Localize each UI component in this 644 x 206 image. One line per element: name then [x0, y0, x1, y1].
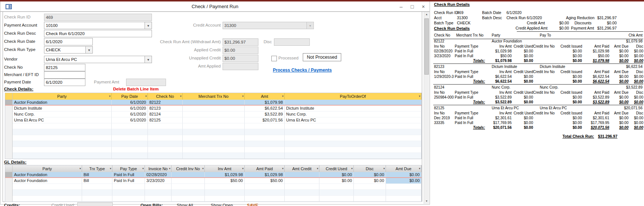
row-selector[interactable] — [5, 190, 13, 196]
row-selector[interactable] — [5, 196, 13, 202]
pay-date-cell[interactable] — [112, 147, 148, 153]
cd-row[interactable]: Nunc Corp.6/1/202082124$3,522.89Nunc Cor… — [5, 111, 421, 117]
party-cell[interactable]: Auctor Foundation — [13, 178, 82, 184]
payment-account-dropdown-icon[interactable]: ▾ — [145, 22, 152, 29]
scrollbar-thumb[interactable] — [424, 18, 429, 75]
pay-date-cell[interactable]: 6/1/2020 — [112, 100, 148, 105]
party-cell[interactable] — [13, 129, 112, 135]
amt-paid-cell[interactable] — [245, 190, 285, 196]
party-cell[interactable] — [13, 190, 82, 196]
merchant-trx-no-cell[interactable] — [183, 106, 245, 111]
save-button[interactable]: SAVE — [247, 203, 258, 206]
cd-row[interactable] — [5, 147, 421, 153]
invoice-no-cell[interactable]: 3/23/2020 — [145, 178, 172, 184]
row-selector[interactable] — [5, 141, 13, 147]
pay-to-order-of-cell[interactable]: Nunc Corp. — [285, 111, 421, 117]
cd-row[interactable] — [5, 129, 421, 135]
credit-inv-no-cell[interactable] — [172, 178, 205, 184]
check-no-cell[interactable]: 82125 — [148, 117, 183, 123]
merchant-trx-no-cell[interactable] — [183, 141, 245, 147]
credit-inv-no-cell[interactable] — [172, 196, 205, 202]
trx-type-cell[interactable] — [82, 196, 112, 202]
check-no-input[interactable] — [44, 64, 85, 71]
gl-row[interactable]: Auctor FoundationBillPaid In Full02/28/2… — [5, 172, 421, 178]
scroll-up-icon[interactable]: ▲ — [424, 12, 429, 17]
amt-due-cell[interactable] — [386, 190, 421, 196]
cd-column-header[interactable]: Check No▾ — [148, 93, 183, 100]
party-cell[interactable] — [13, 184, 82, 190]
cd-row[interactable]: Auctor Foundation6/1/202082122$1,079.98 — [5, 100, 421, 106]
cd-column-header[interactable]: Pay Date▾ — [112, 93, 148, 100]
party-cell[interactable] — [13, 196, 82, 202]
row-selector[interactable] — [5, 106, 13, 111]
amt-paid-cell[interactable]: $1,029.98 — [245, 172, 285, 177]
gl-column-header[interactable]: Invoice No▾ — [145, 165, 172, 172]
gl-column-header[interactable]: Amt Credit▾ — [285, 165, 319, 172]
disc-cell[interactable]: $0.00 — [354, 172, 386, 177]
pay-to-order-of-cell[interactable]: Urna Et Arcu PC — [285, 117, 421, 123]
amt-paid-cell[interactable] — [245, 184, 285, 190]
show-all-button[interactable]: Show All — [177, 203, 193, 206]
amt-cell[interactable] — [245, 141, 285, 147]
show-open-button[interactable]: Show Open — [211, 203, 233, 206]
credit-used-cell[interactable]: $0.00 — [319, 178, 354, 184]
amt-cell[interactable]: $3,522.89 — [245, 111, 285, 117]
party-cell[interactable] — [13, 147, 112, 153]
inv-amt-cell[interactable]: $50.00 — [205, 178, 245, 184]
close-button[interactable]: × — [419, 3, 427, 10]
merchant-trx-no-cell[interactable] — [183, 111, 245, 117]
row-selector[interactable] — [5, 178, 13, 184]
gl-column-header[interactable]: Trx Type▾ — [82, 165, 112, 172]
row-selector[interactable] — [5, 184, 13, 190]
pay-date-cell[interactable] — [112, 135, 148, 141]
check-run-desc-input[interactable] — [44, 30, 152, 37]
pay-date-cell[interactable] — [112, 129, 148, 135]
invoice-no-cell[interactable]: 02/28/2020 — [145, 172, 172, 177]
party-cell[interactable] — [13, 153, 112, 159]
payment-account-input[interactable] — [44, 22, 145, 29]
gl-row[interactable] — [5, 184, 421, 190]
amt-cell[interactable] — [245, 123, 285, 129]
party-cell[interactable]: Dictum Institute — [13, 106, 112, 111]
pay-type-cell[interactable]: Paid In Full — [112, 178, 145, 184]
credit-used-cell[interactable] — [319, 190, 354, 196]
trx-type-cell[interactable] — [82, 190, 112, 196]
vendor-dropdown-icon[interactable]: ▾ — [145, 56, 152, 63]
inv-amt-cell[interactable] — [205, 196, 245, 202]
merchant-trx-no-cell[interactable] — [183, 147, 245, 153]
credit-inv-no-cell[interactable] — [172, 184, 205, 190]
pay-date-cell[interactable]: 6/1/2020 — [112, 117, 148, 123]
pay-date-cell[interactable] — [112, 153, 148, 159]
amt-credit-cell[interactable] — [285, 172, 319, 177]
pay-type-cell[interactable]: Paid In Full — [112, 172, 145, 177]
disc-cell[interactable] — [354, 190, 386, 196]
amt-cell[interactable]: $20,071.56 — [245, 117, 285, 123]
pay-to-order-of-cell[interactable]: Dictum Institute — [285, 106, 421, 111]
amt-credit-cell[interactable] — [285, 196, 319, 202]
check-no-cell[interactable] — [148, 141, 183, 147]
row-selector[interactable] — [5, 172, 13, 177]
pay-type-cell[interactable] — [112, 196, 145, 202]
cd-row[interactable] — [5, 141, 421, 147]
disc-cell[interactable]: $0.00 — [354, 178, 386, 184]
amt-due-cell[interactable] — [386, 184, 421, 190]
pay-date-cell[interactable]: 6/1/2020 — [112, 111, 148, 117]
delete-batch-line-item-button[interactable]: Delete Batch Line Item — [113, 87, 159, 91]
cd-row[interactable]: Urna Et Arcu PC6/1/202082125$20,071.56Ur… — [5, 117, 421, 123]
invoice-no-cell[interactable] — [145, 196, 172, 202]
merchant-trx-no-cell[interactable] — [183, 117, 245, 123]
check-no-cell[interactable] — [148, 153, 183, 159]
check-run-type-input[interactable] — [44, 46, 86, 54]
pay-date-cell[interactable] — [112, 123, 148, 129]
amt-credit-cell[interactable] — [285, 190, 319, 196]
disc-cell[interactable] — [354, 196, 386, 202]
amt-paid-cell[interactable]: $50.00 — [245, 178, 285, 184]
gl-column-header[interactable]: Party▾ — [13, 165, 82, 172]
cd-row[interactable] — [5, 135, 421, 141]
credit-inv-no-cell[interactable] — [172, 172, 205, 177]
gl-column-header[interactable]: Inv Amt▾ — [205, 165, 245, 172]
row-selector[interactable] — [5, 129, 13, 135]
invoice-no-cell[interactable] — [145, 184, 172, 190]
gl-row[interactable] — [5, 190, 421, 196]
gl-row[interactable]: Auctor FoundationBillPaid In Full3/23/20… — [5, 178, 421, 184]
